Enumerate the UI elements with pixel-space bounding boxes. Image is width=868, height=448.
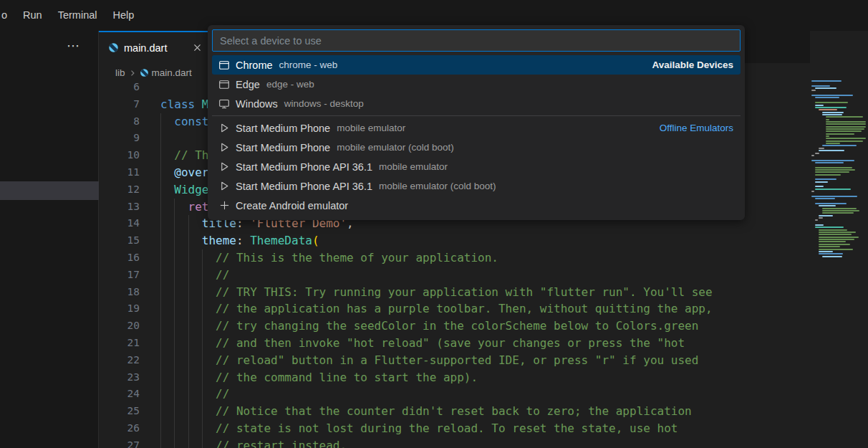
- line-number: 25: [99, 403, 140, 420]
- indent-guide: [160, 335, 161, 352]
- indent-guide: [160, 403, 161, 420]
- indent-guide: [202, 318, 203, 335]
- line-number: 13: [99, 199, 140, 216]
- minimap-line: [815, 198, 835, 199]
- minimap-line: [811, 85, 830, 87]
- indent-guide: [160, 113, 161, 130]
- code-text: class M: [160, 96, 208, 113]
- device-label: Windows: [236, 98, 278, 110]
- device-option-start-medium-phone-api-36-1[interactable]: Start Medium Phone API 36.1mobile emulat…: [212, 176, 741, 196]
- indent-guide: [202, 352, 203, 369]
- indent-guide: [160, 420, 161, 437]
- menu-item-help[interactable]: Help: [105, 0, 142, 31]
- device-option-start-medium-phone[interactable]: Start Medium Phonemobile emulatorOffline…: [212, 118, 741, 138]
- device-quick-pick: Chromechrome - webAvailable DevicesEdgee…: [208, 25, 745, 220]
- play-icon: [218, 123, 230, 134]
- code-text: theme: ThemeData(: [202, 232, 319, 249]
- minimap-line: [826, 126, 866, 128]
- line-number: 22: [99, 352, 140, 369]
- menu-bar: oRunTerminalHelp: [0, 0, 142, 31]
- minimap-line: [815, 107, 847, 108]
- device-label: Start Medium Phone API 36.1: [236, 181, 372, 192]
- breadcrumb-folder[interactable]: lib: [115, 67, 125, 78]
- indent-guide: [160, 267, 161, 284]
- line-number: 14: [99, 215, 140, 232]
- device-label: Create Android emulator: [236, 200, 348, 211]
- code-text: @over: [174, 164, 208, 181]
- minimap-line: [819, 249, 853, 250]
- device-option-create-android-emulator[interactable]: Create Android emulator: [212, 196, 741, 215]
- indent-guide: [160, 300, 161, 318]
- device-description: mobile emulator (cold boot): [337, 142, 454, 153]
- line-number: 9: [99, 130, 140, 147]
- plus-icon: [218, 200, 230, 211]
- indent-guide: [188, 335, 189, 352]
- minimap-line: [822, 114, 842, 115]
- line-number: 12: [99, 181, 140, 199]
- line-number: 7: [99, 96, 140, 113]
- minimap-line: [819, 251, 833, 252]
- code-line-18: 18// TRY THIS: Try running your applicat…: [99, 284, 810, 301]
- minimap-line: [819, 237, 859, 238]
- indent-guide: [160, 369, 161, 386]
- code-text: //: [216, 386, 229, 403]
- line-number: 24: [99, 386, 140, 403]
- code-line-17: 17//: [99, 267, 810, 284]
- breadcrumb-file[interactable]: main.dart: [152, 67, 192, 78]
- device-option-start-medium-phone[interactable]: Start Medium Phonemobile emulator (cold …: [212, 138, 741, 157]
- minimap-line: [819, 244, 850, 245]
- minimap[interactable]: [810, 31, 868, 448]
- minimap-line: [819, 246, 840, 247]
- device-label: Start Medium Phone API 36.1: [236, 161, 372, 173]
- minimap-line: [811, 191, 814, 192]
- indent-guide: [160, 284, 161, 301]
- minimap-line: [819, 150, 844, 151]
- more-actions-icon[interactable]: ⋯: [67, 38, 80, 54]
- minimap-line: [822, 208, 857, 209]
- device-option-start-medium-phone-api-36-1[interactable]: Start Medium Phone API 36.1mobile emulat…: [212, 157, 741, 176]
- indent-guide: [188, 386, 189, 403]
- device-option-chrome[interactable]: Chromechrome - webAvailable Devices: [212, 55, 741, 75]
- indent-guide: [174, 300, 175, 318]
- tab-main-dart[interactable]: main.dart: [99, 31, 209, 63]
- indent-guide: [160, 130, 161, 147]
- device-option-windows[interactable]: Windowswindows - desktop: [212, 94, 741, 113]
- menu-item-run[interactable]: Run: [15, 0, 50, 31]
- code-line-23: 23// the command line to start the app).: [99, 369, 810, 386]
- line-number: 23: [99, 369, 140, 386]
- menu-item-o[interactable]: o: [0, 0, 15, 31]
- device-label: Start Medium Phone: [236, 142, 330, 153]
- indent-guide: [174, 199, 175, 216]
- line-number: 10: [99, 147, 140, 164]
- minimap-line: [826, 123, 866, 125]
- indent-guide: [174, 318, 175, 335]
- minimap-line: [826, 119, 829, 120]
- play-icon: [218, 181, 230, 192]
- indent-guide: [202, 420, 203, 437]
- minimap-line: [811, 95, 853, 96]
- device-option-edge[interactable]: Edgeedge - web: [212, 75, 741, 94]
- quick-pick-input[interactable]: [212, 29, 741, 52]
- dart-file-icon-small: [140, 68, 149, 77]
- close-icon[interactable]: [193, 43, 202, 52]
- minimap-line: [815, 178, 836, 180]
- line-number: 21: [99, 335, 140, 352]
- line-number: 26: [99, 420, 140, 437]
- indent-guide: [174, 403, 175, 420]
- line-number: 18: [99, 284, 140, 301]
- minimap-line: [819, 217, 823, 219]
- device-description: edge - web: [266, 79, 314, 90]
- quick-pick-list: Chromechrome - webAvailable DevicesEdgee…: [212, 55, 741, 215]
- indent-guide: [202, 403, 203, 420]
- minimap-line: [826, 133, 854, 135]
- sidebar-selected-row[interactable]: [0, 181, 99, 200]
- menu-item-terminal[interactable]: Terminal: [50, 0, 105, 31]
- code-text: // Notice that the counter didn't reset …: [216, 403, 692, 420]
- indent-guide: [160, 199, 161, 216]
- minimap-line: [811, 80, 842, 82]
- minimap-line: [815, 219, 818, 221]
- code-line-16: 16// This is the theme of your applicati…: [99, 249, 810, 267]
- line-number: 11: [99, 164, 140, 181]
- dart-file-icon: [107, 42, 119, 54]
- tab-label: main.dart: [124, 42, 167, 54]
